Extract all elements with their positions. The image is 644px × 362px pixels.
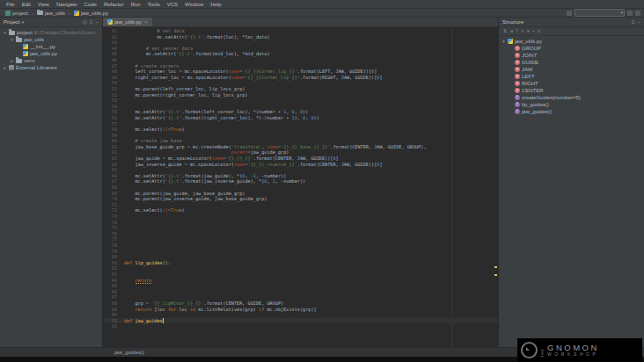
line-number[interactable]: 55 [103,109,121,115]
code-line[interactable]: 84 return [103,278,498,284]
line-number[interactable]: 68 [103,185,121,191]
show-fields-icon[interactable]: f [516,29,517,33]
line-number[interactable]: 84 [103,278,121,284]
breadcrumb-item[interactable]: jaw_utils.py [72,11,110,16]
tree-item[interactable]: ▾jaw_utils [0,36,102,43]
line-number[interactable]: 81 [103,260,121,266]
code-line[interactable]: 87 [103,294,498,300]
tree-item[interactable]: __init__.py [0,43,102,50]
menu-item-view[interactable]: View [34,2,53,7]
line-number[interactable]: 63 [103,156,121,162]
show-variables-icon[interactable]: v [521,29,523,33]
chevron-icon[interactable]: ▾ [3,30,7,35]
code-line[interactable]: 56 mc.setAttr('{}.t'.format(right_corner… [103,115,498,121]
locate-icon[interactable]: ◎ [83,19,87,25]
hide-icon[interactable]: − [637,19,640,25]
line-number[interactable]: 74 [103,220,121,226]
tree-item[interactable]: vJAW [499,66,644,73]
line-number[interactable]: 51 [103,86,121,92]
tree-item[interactable]: ▸External Libraries [0,64,102,71]
line-number[interactable]: 85 [103,283,121,289]
code-line[interactable]: 65 [103,167,498,173]
code-line[interactable]: 91def jaw_guides [103,318,498,324]
code-line[interactable]: 58 mc.select(cl=True) [103,127,498,133]
chevron-down-icon[interactable]: ▾ [22,19,25,25]
code-line[interactable]: 90 [103,312,498,318]
warning-stripe-mark[interactable] [494,266,497,268]
line-number[interactable]: 49 [103,75,121,81]
code-line[interactable]: 46 [103,57,498,63]
menu-item-vcs[interactable]: VCS [164,2,181,7]
code-line[interactable]: 79 [103,249,498,255]
tree-item[interactable]: jaw_utils.py [0,50,102,57]
line-number[interactable]: 90 [103,312,121,318]
line-number[interactable]: 88 [103,300,121,307]
code-line[interactable]: 41 # set data [103,28,498,34]
breadcrumb-item[interactable]: jaw_utils [35,11,67,16]
line-number[interactable]: 69 [103,191,121,197]
tree-item[interactable]: flip_guides() [499,101,644,108]
line-number[interactable]: 53 [103,98,121,104]
code-line[interactable]: 85 [103,283,498,289]
line-number[interactable]: 76 [103,231,121,237]
code-line[interactable]: 80 [103,254,498,260]
line-number[interactable]: 70 [103,196,121,202]
code-line[interactable]: 68 [103,185,498,191]
line-number[interactable]: 56 [103,115,121,121]
code-line[interactable]: 86 [103,289,498,295]
line-number[interactable]: 58 [103,127,121,133]
settings-icon[interactable]: ≡ [90,19,93,25]
code-line[interactable]: 89 return [loc for loc in mc.listRelativ… [103,307,498,313]
chevron-icon[interactable]: ▾ [501,39,506,44]
tree-item[interactable]: fjaw_guides() [499,108,644,115]
chevron-icon[interactable]: ▸ [3,65,7,70]
tree-item[interactable]: vRIGHT [499,80,644,87]
code-line[interactable]: 42 mc.setAttr('{}.t'.format(loc), *loc_d… [103,34,498,40]
code-line[interactable]: 63 jaw_guide = mc.spaceLocator(name='{}_… [103,156,498,162]
line-number[interactable]: 89 [103,307,121,313]
line-number[interactable]: 61 [103,144,121,150]
line-number[interactable]: 62 [103,149,121,156]
line-number[interactable]: 91 [103,318,121,324]
sort-alpha-icon[interactable]: a [510,29,513,33]
code-line[interactable]: 66 mc.setAttr('{}.t'.format(jaw_guide), … [103,173,498,179]
menu-item-navigate[interactable]: Navigate [53,2,81,7]
code-line[interactable]: 44 # set center data [103,46,498,52]
code-line[interactable]: 55 mc.setAttr('{}.t'.format(left_corner_… [103,109,498,115]
breadcrumb-item[interactable]: project [4,11,30,16]
run-config-combo[interactable]: ▾ [574,9,625,17]
chevron-icon[interactable]: ▸ [10,58,14,63]
line-number[interactable]: 46 [103,57,121,63]
sort-icon[interactable]: ⇅ [503,29,507,33]
tree-item[interactable]: ▸venv [0,57,102,64]
line-number[interactable]: 41 [103,28,121,34]
expand-icon[interactable]: ▾ [527,29,530,33]
code-line[interactable]: 75 [103,225,498,231]
code-line[interactable]: 83 [103,272,498,278]
line-number[interactable]: 75 [103,225,121,231]
menu-item-run[interactable]: Run [128,2,144,7]
menu-item-code[interactable]: Code [81,2,100,7]
code-line[interactable]: 92 [103,323,498,329]
menu-item-window[interactable]: Window [181,2,207,7]
code-line[interactable]: 62 parent=jaw_guide_grp) [103,149,498,156]
code-line[interactable]: 57 [103,121,498,127]
tree-item[interactable]: fcreateGuides(number=5) [499,94,644,101]
code-line[interactable]: 69 mc.parent(jaw_guide, jaw_base_guide_g… [103,191,498,197]
chevron-icon[interactable]: ▾ [10,37,14,42]
line-number[interactable]: 72 [103,207,121,214]
code-line[interactable]: 82 [103,265,498,272]
code-line[interactable]: 76 [103,231,498,237]
menu-item-file[interactable]: File [3,2,18,7]
line-number[interactable]: 92 [103,323,121,329]
tab-jaw-utils-py[interactable]: jaw_utils.py × [103,18,152,26]
breadcrumb-scope[interactable]: jaw_guides() [114,350,144,355]
tree-item[interactable]: vJOINT [499,52,644,59]
line-number[interactable]: 83 [103,272,121,278]
code-line[interactable]: 48 left_corner_loc = mc.spaceLocator(nam… [103,69,498,75]
settings-icon[interactable]: ≡ [632,19,635,25]
code-line[interactable]: 45 mc.setAttr('{}.t'.format(mid_loc), *m… [103,51,498,57]
line-number[interactable]: 82 [103,265,121,272]
line-number[interactable]: 47 [103,63,121,69]
line-number[interactable]: 80 [103,254,121,260]
